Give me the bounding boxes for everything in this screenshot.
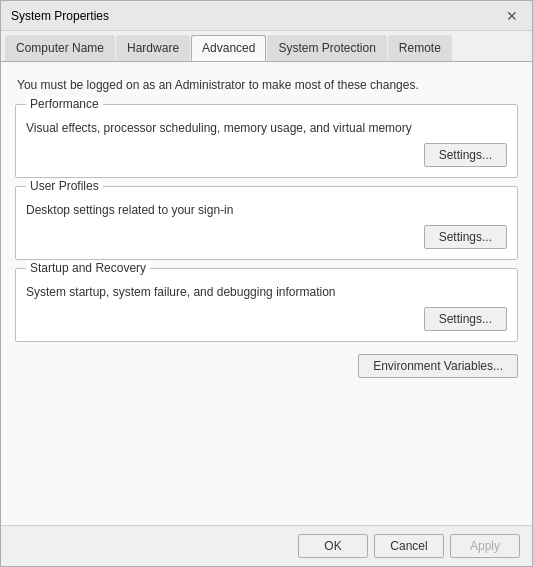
user-profiles-description: Desktop settings related to your sign-in	[26, 199, 507, 217]
environment-variables-button[interactable]: Environment Variables...	[358, 354, 518, 378]
system-properties-window: System Properties ✕ Computer Name Hardwa…	[0, 0, 533, 567]
user-profiles-section: User Profiles Desktop settings related t…	[15, 186, 518, 260]
startup-recovery-section: Startup and Recovery System startup, sys…	[15, 268, 518, 342]
tab-hardware[interactable]: Hardware	[116, 35, 190, 61]
env-variables-row: Environment Variables...	[15, 354, 518, 378]
title-bar: System Properties ✕	[1, 1, 532, 31]
tab-bar: Computer Name Hardware Advanced System P…	[1, 31, 532, 62]
performance-label: Performance	[26, 97, 103, 111]
cancel-button[interactable]: Cancel	[374, 534, 444, 558]
performance-settings-button[interactable]: Settings...	[424, 143, 507, 167]
window-title: System Properties	[11, 9, 109, 23]
main-content: You must be logged on as an Administrato…	[1, 62, 532, 525]
bottom-bar: OK Cancel Apply	[1, 525, 532, 566]
startup-recovery-settings-button[interactable]: Settings...	[424, 307, 507, 331]
ok-button[interactable]: OK	[298, 534, 368, 558]
user-profiles-label: User Profiles	[26, 179, 103, 193]
tab-system-protection[interactable]: System Protection	[267, 35, 386, 61]
tab-computer-name[interactable]: Computer Name	[5, 35, 115, 61]
startup-recovery-description: System startup, system failure, and debu…	[26, 281, 507, 299]
performance-section: Performance Visual effects, processor sc…	[15, 104, 518, 178]
user-profiles-settings-button[interactable]: Settings...	[424, 225, 507, 249]
tab-remote[interactable]: Remote	[388, 35, 452, 61]
admin-notice: You must be logged on as an Administrato…	[15, 74, 518, 96]
performance-description: Visual effects, processor scheduling, me…	[26, 117, 507, 135]
startup-recovery-label: Startup and Recovery	[26, 261, 150, 275]
apply-button[interactable]: Apply	[450, 534, 520, 558]
close-button[interactable]: ✕	[502, 6, 522, 26]
tab-advanced[interactable]: Advanced	[191, 35, 266, 61]
